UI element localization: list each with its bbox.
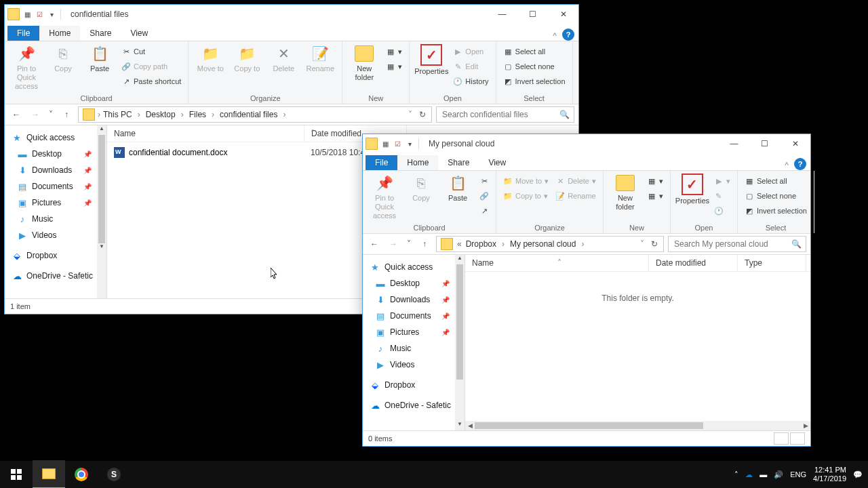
new-folder-button[interactable]: New folder	[608, 174, 643, 211]
crumb[interactable]: confidential files	[217, 110, 288, 119]
paste-button[interactable]: 📋Paste	[82, 44, 117, 73]
refresh-button[interactable]: ↻	[415, 110, 430, 119]
qat-item[interactable]: ☑	[393, 139, 402, 148]
breadcrumb[interactable]: « Dropbox My personal cloud ˅ ↻	[436, 236, 664, 252]
qat-overflow[interactable]: ▾	[47, 9, 56, 19]
copy-path-button[interactable]: 🔗	[477, 188, 492, 203]
system-tray[interactable]: ˄ ☁ ▬ 🔊 ENG 12:41 PM 4/17/2019 💬	[734, 466, 868, 483]
network-icon[interactable]: ▬	[760, 470, 767, 479]
file-list[interactable]: This folder is empty.	[465, 272, 810, 421]
properties-button[interactable]: ✓Properties	[414, 44, 449, 76]
rename-button[interactable]: 📝Rename	[302, 44, 338, 73]
nav-videos[interactable]: ▶Videos	[5, 227, 106, 243]
nav-downloads[interactable]: ⬇Downloads📌	[363, 291, 465, 308]
taskbar[interactable]: S ˄ ☁ ▬ 🔊 ENG 12:41 PM 4/17/2019 💬	[0, 461, 868, 488]
delete-button[interactable]: ✕Delete	[266, 44, 301, 73]
breadcrumb[interactable]: › This PC Desktop Files confidential fil…	[78, 106, 432, 123]
forward-button[interactable]: →	[386, 237, 401, 251]
invert-selection-button[interactable]: ◩Invert selection	[500, 74, 568, 89]
crumb[interactable]: Files	[186, 110, 217, 119]
qat-item[interactable]: ▦	[22, 9, 32, 19]
paste-shortcut-button[interactable]: ↗Paste shortcut	[119, 74, 184, 89]
scroll-thumb[interactable]	[475, 422, 703, 429]
tab-home[interactable]: Home	[39, 26, 80, 41]
open-button[interactable]: ▶Open	[450, 44, 491, 59]
search-box[interactable]: 🔍	[436, 106, 574, 123]
nav-desktop[interactable]: ▬Desktop📌	[5, 146, 106, 162]
navigation-pane[interactable]: ★Quick access ▬Desktop📌 ⬇Downloads📌 ▤Doc…	[5, 125, 107, 298]
close-button[interactable]: ✕	[780, 134, 810, 153]
tray-overflow-icon[interactable]: ˄	[734, 470, 738, 479]
crumb[interactable]: Dropbox	[463, 239, 507, 249]
maximize-button[interactable]: ☐	[749, 134, 780, 153]
select-all-button[interactable]: ▦Select all	[500, 44, 568, 59]
tab-share[interactable]: Share	[80, 26, 121, 41]
search-input[interactable]	[441, 109, 559, 120]
select-none-button[interactable]: ▢Select none	[500, 59, 568, 74]
nav-pictures[interactable]: ▣Pictures📌	[363, 324, 465, 340]
dropdown-icon[interactable]: ˅	[637, 239, 647, 249]
easy-access-button[interactable]: ▦▾	[383, 59, 405, 74]
refresh-button[interactable]: ↻	[647, 239, 662, 249]
history-small-button[interactable]: 🕐	[711, 203, 733, 218]
crumb-prefix[interactable]: «	[456, 239, 463, 249]
quick-access-toolbar[interactable]: ▦ ☑ ▾	[380, 139, 414, 148]
nav-dropbox[interactable]: ⬙Dropbox	[5, 247, 106, 264]
nav-dropbox[interactable]: ⬙Dropbox	[363, 377, 465, 393]
pin-quick-access-button[interactable]: 📌Pin to Quick access	[9, 44, 44, 92]
tab-share[interactable]: Share	[438, 155, 479, 170]
onedrive-tray-icon[interactable]: ☁	[745, 470, 753, 479]
open-small-button[interactable]: ▶▾	[711, 174, 733, 188]
rename-button[interactable]: 📝Rename	[553, 188, 599, 203]
nav-quick-access[interactable]: ★Quick access	[363, 259, 465, 275]
navigation-pane[interactable]: ★Quick access ▬Desktop📌 ⬇Downloads📌 ▤Doc…	[363, 255, 465, 430]
recent-dropdown[interactable]: ˅	[47, 107, 55, 122]
nav-downloads[interactable]: ⬇Downloads📌	[5, 162, 106, 178]
copy-button[interactable]: ⎘Copy	[45, 44, 81, 73]
qat-overflow[interactable]: ▾	[405, 139, 414, 148]
invert-selection-button[interactable]: ◩Invert selection	[742, 203, 810, 218]
help-icon[interactable]: ?	[794, 158, 806, 170]
easy-access-button[interactable]: ▦▾	[644, 188, 666, 203]
explorer-window-cloud[interactable]: ▦ ☑ ▾ My personal cloud — ☐ ✕ File Home …	[362, 134, 811, 447]
nav-scrollbar[interactable]: ▲▼	[97, 125, 106, 298]
properties-button[interactable]: ✓Properties	[675, 174, 710, 205]
nav-documents[interactable]: ▤Documents📌	[363, 308, 465, 324]
search-icon[interactable]: 🔍	[791, 239, 802, 249]
nav-music[interactable]: ♪Music	[363, 340, 465, 357]
volume-icon[interactable]: 🔊	[774, 470, 783, 479]
paste-button[interactable]: 📋Paste	[440, 174, 475, 203]
cut-button[interactable]: ✂Cut	[119, 44, 184, 59]
select-none-button[interactable]: ▢Select none	[742, 188, 810, 203]
taskbar-explorer[interactable]	[33, 460, 65, 488]
nav-quick-access[interactable]: ★Quick access	[5, 129, 106, 146]
maximize-button[interactable]: ☐	[517, 5, 548, 24]
titlebar[interactable]: ▦ ☑ ▾ My personal cloud — ☐ ✕	[363, 134, 810, 153]
view-details-button[interactable]	[774, 432, 789, 445]
scroll-right-icon[interactable]: ▶	[801, 422, 810, 429]
history-button[interactable]: 🕐History	[450, 74, 491, 89]
crumb[interactable]: Desktop	[143, 110, 186, 119]
pin-quick-access-button[interactable]: 📌Pin to Quick access	[367, 174, 402, 221]
nav-desktop[interactable]: ▬Desktop📌	[363, 275, 465, 291]
search-box[interactable]: 🔍	[668, 236, 806, 252]
copy-button[interactable]: ⎘Copy	[403, 174, 439, 203]
search-icon[interactable]: 🔍	[559, 110, 570, 119]
back-button[interactable]: ←	[367, 237, 382, 251]
tab-file[interactable]: File	[7, 26, 39, 41]
nav-music[interactable]: ♪Music	[5, 211, 106, 227]
titlebar[interactable]: ▦ ☑ ▾ confidential files — ☐ ✕	[5, 5, 578, 24]
back-button[interactable]: ←	[9, 107, 24, 122]
move-to-button[interactable]: 📁Move to ▾	[500, 174, 551, 188]
taskbar-chrome[interactable]	[65, 461, 98, 488]
nav-onedrive[interactable]: ☁OneDrive - Safetic	[363, 397, 465, 413]
col-name[interactable]: Name˄	[107, 125, 304, 142]
quick-access-toolbar[interactable]: ▦ ☑ ▾	[22, 9, 56, 19]
paste-shortcut-button[interactable]: ↗	[477, 203, 492, 218]
horizontal-scrollbar[interactable]: ◀ ▶	[465, 421, 810, 430]
cut-button[interactable]: ✂	[477, 174, 492, 188]
tab-home[interactable]: Home	[397, 155, 438, 170]
new-item-button[interactable]: ▦▾	[644, 174, 666, 188]
notifications-icon[interactable]: 💬	[853, 470, 863, 479]
nav-scrollbar[interactable]: ▲▼	[455, 255, 465, 430]
